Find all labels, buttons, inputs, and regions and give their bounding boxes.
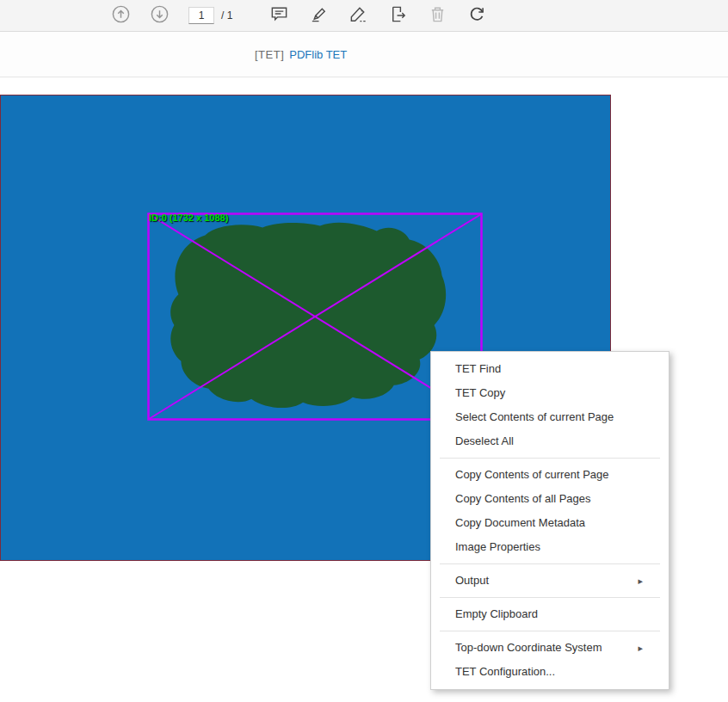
submenu-arrow-icon: ▸	[638, 636, 643, 660]
comment-icon	[269, 4, 289, 28]
page-export-icon	[388, 4, 408, 28]
menu-separator	[440, 631, 660, 631]
menu-item-tet-configuration[interactable]: TET Configuration...	[431, 660, 669, 684]
page-up-button[interactable]	[108, 3, 133, 28]
menu-separator	[440, 563, 660, 564]
extract-page-button[interactable]	[386, 3, 410, 28]
menu-separator	[440, 597, 660, 598]
highlighter-icon	[309, 4, 329, 28]
menu-item-copy-current-page[interactable]: Copy Contents of current Page	[431, 463, 669, 487]
tet-logo: [TET]	[255, 48, 284, 61]
page-number-input[interactable]	[188, 7, 214, 24]
menu-item-tet-find[interactable]: TET Find	[431, 357, 669, 381]
refresh-icon	[467, 4, 487, 28]
context-menu: TET Find TET Copy Select Contents of cur…	[430, 351, 669, 690]
page-down-button[interactable]	[147, 3, 171, 28]
menu-item-select-contents[interactable]: Select Contents of current Page	[431, 405, 669, 429]
document-area: ID:0 (1732 x 1088) TET Find TET Copy Sel…	[0, 77, 728, 702]
menu-item-image-properties[interactable]: Image Properties	[431, 535, 669, 559]
menu-item-copy-metadata[interactable]: Copy Document Metadata	[431, 511, 669, 535]
menu-item-deselect-all[interactable]: Deselect All	[431, 429, 669, 453]
highlight-button[interactable]	[306, 3, 330, 28]
page-total-label: / 1	[221, 9, 232, 22]
signature-button[interactable]	[346, 3, 370, 28]
arrow-up-circle-icon	[111, 4, 131, 28]
plugin-toolbar: [TET] PDFlib TET	[0, 32, 728, 77]
menu-item-copy-all-pages[interactable]: Copy Contents of all Pages	[431, 487, 669, 511]
refresh-button[interactable]	[465, 3, 489, 28]
delete-button[interactable]	[425, 3, 449, 28]
top-toolbar: / 1	[0, 0, 728, 32]
comment-button[interactable]	[267, 3, 291, 28]
signature-pen-icon	[349, 4, 368, 28]
plugin-title-link[interactable]: PDFlib TET	[289, 48, 347, 61]
menu-item-tet-copy[interactable]: TET Copy	[431, 381, 669, 405]
menu-item-empty-clipboard[interactable]: Empty Clipboard	[431, 602, 669, 626]
image-id-label: ID:0 (1732 x 1088)	[149, 212, 228, 223]
submenu-arrow-icon: ▸	[638, 569, 643, 593]
menu-item-output[interactable]: Output ▸	[431, 569, 669, 593]
menu-item-topdown-coordinates[interactable]: Top-down Coordinate System ▸	[431, 636, 669, 660]
arrow-down-circle-icon	[150, 4, 170, 28]
menu-separator	[440, 458, 660, 459]
trash-icon	[428, 4, 447, 28]
